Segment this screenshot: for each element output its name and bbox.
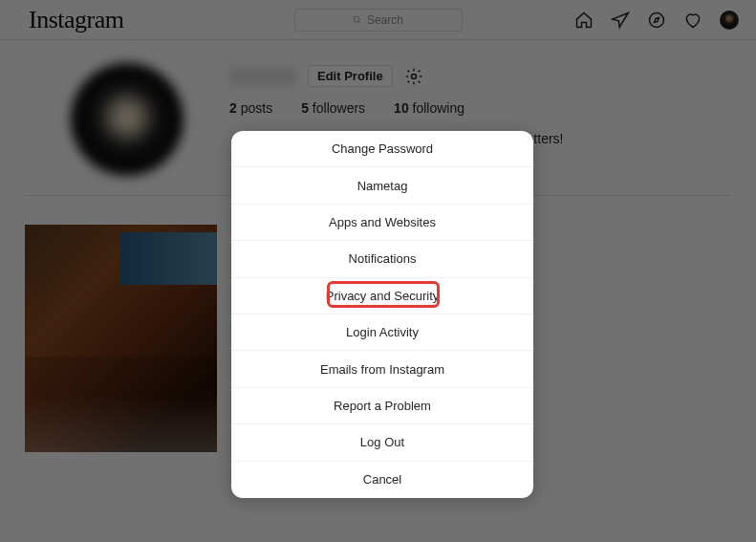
- settings-modal: Change Password Nametag Apps and Website…: [231, 131, 533, 498]
- modal-item-login-activity[interactable]: Login Activity: [231, 314, 533, 351]
- modal-item-privacy-security[interactable]: Privacy and Security: [231, 278, 533, 314]
- modal-item-cancel[interactable]: Cancel: [231, 462, 533, 498]
- modal-item-apps-websites[interactable]: Apps and Websites: [231, 205, 533, 241]
- modal-item-emails[interactable]: Emails from Instagram: [231, 351, 533, 387]
- modal-item-notifications[interactable]: Notifications: [231, 241, 533, 277]
- modal-item-change-password[interactable]: Change Password: [231, 131, 533, 167]
- modal-item-nametag[interactable]: Nametag: [231, 167, 533, 204]
- modal-item-report-problem[interactable]: Report a Problem: [231, 388, 533, 424]
- modal-item-log-out[interactable]: Log Out: [231, 424, 533, 461]
